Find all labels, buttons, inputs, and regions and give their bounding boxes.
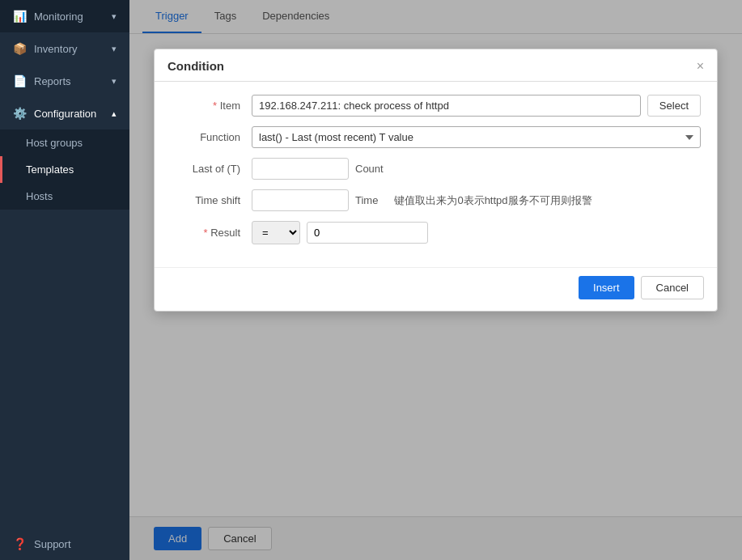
reports-arrow: ▾	[112, 76, 117, 87]
time-label: Time	[355, 194, 378, 206]
modal-title: Condition	[167, 59, 224, 73]
modal-function-label: Function	[171, 131, 252, 143]
modal-last-of-row: Last of (T) Count	[171, 158, 701, 180]
modal-result-operator-select[interactable]: =	[252, 221, 300, 244]
hosts-label: Hosts	[26, 190, 53, 202]
inventory-icon: 📦	[13, 42, 26, 55]
sidebar: 📊 Monitoring ▾ 📦 Inventory ▾ 📄 Reports ▾…	[0, 0, 129, 560]
modal-time-shift-label: Time shift	[171, 194, 252, 206]
modal-header: Condition ×	[155, 49, 717, 82]
sidebar-item-monitoring[interactable]: 📊 Monitoring ▾	[0, 0, 129, 32]
inventory-arrow: ▾	[112, 44, 117, 54]
modal-last-of-label: Last of (T)	[171, 163, 252, 175]
condition-modal: Condition × * Item Select Function	[154, 49, 718, 312]
modal-item-input[interactable]	[252, 95, 641, 117]
sidebar-item-hosts[interactable]: Hosts	[0, 183, 129, 210]
modal-time-shift-input[interactable]	[252, 189, 349, 211]
modal-item-row: * Item Select	[171, 95, 701, 117]
monitoring-icon: 📊	[13, 10, 26, 23]
modal-footer: Insert Cancel	[155, 267, 717, 311]
sidebar-item-reports[interactable]: 📄 Reports ▾	[0, 65, 129, 97]
configuration-icon: ⚙️	[13, 107, 26, 120]
sidebar-bottom: ❓ Support	[0, 528, 129, 560]
modal-function-row: Function last() - Last (most recent) T v…	[171, 126, 701, 148]
sidebar-item-templates[interactable]: Templates	[0, 156, 129, 183]
modal-close-button[interactable]: ×	[697, 60, 704, 73]
sidebar-label-reports: Reports	[34, 75, 71, 87]
modal-result-value-input[interactable]	[307, 222, 428, 244]
support-icon: ❓	[13, 537, 26, 550]
sidebar-item-inventory[interactable]: 📦 Inventory ▾	[0, 32, 129, 65]
modal-insert-button[interactable]: Insert	[579, 276, 634, 299]
host-groups-label: Host groups	[26, 137, 83, 149]
modal-last-of-input[interactable]	[252, 158, 349, 180]
modal-overlay: Condition × * Item Select Function	[129, 0, 742, 560]
modal-item-label: * Item	[171, 100, 252, 112]
support-label: Support	[34, 538, 71, 550]
sidebar-label-inventory: Inventory	[34, 43, 77, 55]
modal-function-select[interactable]: last() - Last (most recent) T value	[252, 126, 701, 148]
modal-select-button[interactable]: Select	[647, 95, 701, 117]
reports-icon: 📄	[13, 74, 26, 87]
sidebar-label-monitoring: Monitoring	[34, 11, 83, 23]
sidebar-item-configuration[interactable]: ⚙️ Configuration ▴	[0, 97, 129, 129]
count-label: Count	[355, 163, 384, 175]
modal-cancel-button[interactable]: Cancel	[641, 276, 704, 299]
modal-time-shift-row: Time shift Time 键值取出来为0表示httpd服务不可用则报警	[171, 189, 701, 211]
monitoring-arrow: ▾	[112, 11, 117, 22]
sidebar-label-configuration: Configuration	[34, 108, 96, 120]
sidebar-sub-menu: Host groups Templates Hosts	[0, 129, 129, 210]
modal-body: * Item Select Function last() - Last (mo…	[155, 82, 717, 267]
configuration-arrow: ▴	[112, 108, 117, 119]
templates-label: Templates	[26, 163, 74, 176]
modal-hint-text: 键值取出来为0表示httpd服务不可用则报警	[394, 193, 591, 208]
modal-result-label: * Result	[171, 227, 252, 239]
sidebar-item-support[interactable]: ❓ Support	[0, 528, 129, 560]
sidebar-item-host-groups[interactable]: Host groups	[0, 129, 129, 156]
modal-result-row: * Result =	[171, 221, 701, 244]
main-content: Trigger Tags Dependencies * Name Event n…	[129, 0, 742, 560]
